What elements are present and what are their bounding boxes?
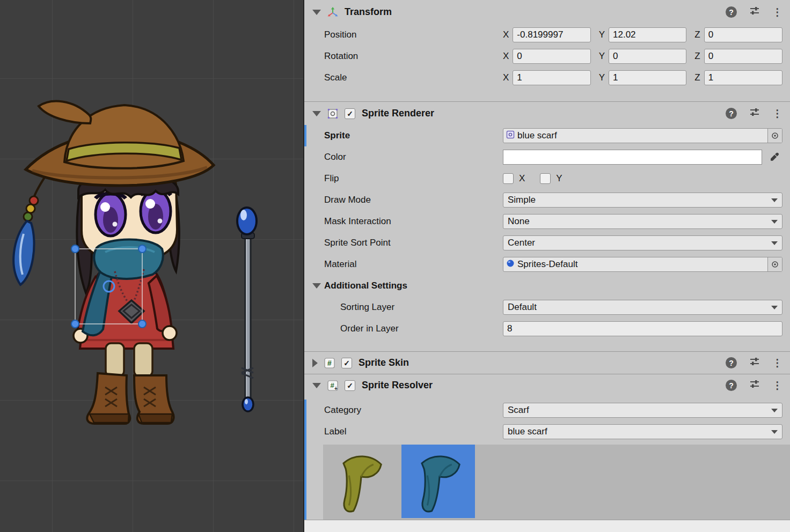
sprite-row: Sprite blue scarf (304, 125, 790, 146)
sorting-layer-dropdown[interactable]: Default (503, 300, 782, 315)
character-sprite[interactable] (13, 101, 214, 424)
sprite-object-field[interactable]: blue scarf (503, 128, 782, 143)
scene-view[interactable] (0, 0, 303, 532)
order-in-layer-row: Order in Layer (304, 318, 790, 339)
selection-handle[interactable] (138, 245, 146, 253)
scale-z-input[interactable] (704, 70, 782, 85)
axis-y-label: Y (599, 29, 605, 40)
component-title: Sprite Renderer (362, 108, 434, 119)
sprite-sort-point-label: Sprite Sort Point (324, 238, 503, 248)
rotation-z-input[interactable] (704, 49, 782, 64)
rotation-label: Rotation (324, 51, 503, 62)
selection-handle[interactable] (71, 320, 79, 328)
sprite-skin-component-header[interactable]: # ✓ Sprite Skin ? ⋮ (304, 351, 790, 374)
more-menu-icon[interactable]: ⋮ (772, 358, 782, 368)
chevron-down-icon (771, 430, 778, 434)
sprite-sort-point-dropdown[interactable]: Center (503, 235, 782, 250)
sprite-skin-icon: # (323, 357, 336, 370)
chevron-down-icon (771, 409, 778, 412)
inspector-panel: Transform ? ⋮ Position X Y Z Rotation X … (303, 0, 790, 532)
sprite-label: Sprite (324, 130, 503, 141)
more-menu-icon[interactable]: ⋮ (772, 7, 782, 17)
order-in-layer-label: Order in Layer (340, 323, 503, 334)
sorting-layer-value: Default (508, 302, 537, 313)
hat-charm (13, 175, 46, 285)
chevron-down-icon (771, 241, 778, 245)
chevron-down-icon (771, 220, 778, 224)
component-enabled-checkbox[interactable]: ✓ (345, 380, 355, 391)
hat (26, 101, 214, 186)
material-object-field[interactable]: Sprites-Default (503, 257, 782, 272)
position-x-input[interactable] (513, 27, 590, 42)
more-menu-icon[interactable]: ⋮ (772, 380, 782, 390)
sprite-thumbnail-green-scarf[interactable] (323, 445, 397, 518)
staff-sprite[interactable] (237, 208, 257, 411)
flip-y-label: Y (556, 173, 562, 184)
rotation-row: Rotation X Y Z (304, 46, 790, 67)
axis-x-label: X (503, 29, 509, 40)
scale-label: Scale (324, 72, 503, 83)
label-row: Label blue scarf (304, 421, 790, 442)
position-y-input[interactable] (609, 27, 686, 42)
boots (87, 373, 173, 424)
sprite-resolver-component-header[interactable]: #+ ✓ Sprite Resolver ? ⋮ (304, 374, 790, 396)
blue-scarf-sprite[interactable] (94, 240, 163, 279)
sprite-thumbnail-blue-scarf-selected[interactable] (401, 445, 475, 518)
draw-mode-dropdown[interactable]: Simple (503, 193, 782, 208)
position-row: Position X Y Z (304, 24, 790, 46)
scale-y-input[interactable] (609, 70, 686, 85)
scale-row: Scale X Y Z (304, 67, 790, 88)
flip-x-checkbox[interactable] (503, 173, 514, 184)
spacer (304, 339, 790, 351)
foldout-open-icon[interactable] (312, 283, 321, 289)
position-z-input[interactable] (704, 27, 782, 42)
component-enabled-checkbox[interactable]: ✓ (345, 108, 355, 119)
order-in-layer-input[interactable] (503, 321, 782, 336)
flip-y-checkbox[interactable] (540, 173, 551, 184)
mask-interaction-dropdown[interactable]: None (503, 214, 782, 229)
help-icon[interactable]: ? (726, 108, 737, 119)
sprite-sort-point-row: Sprite Sort Point Center (304, 232, 790, 254)
override-indicator-bar (304, 125, 306, 146)
additional-settings-row[interactable]: Additional Settings (304, 275, 790, 297)
rotation-x-input[interactable] (513, 49, 590, 64)
sprite-renderer-icon (326, 107, 339, 120)
color-swatch[interactable] (503, 150, 762, 165)
selection-handle[interactable] (71, 245, 79, 253)
label-dropdown[interactable]: blue scarf (503, 424, 782, 439)
draw-mode-value: Simple (508, 195, 536, 205)
label-value: blue scarf (508, 426, 547, 437)
presets-icon[interactable] (749, 356, 760, 370)
foldout-open-icon[interactable] (312, 10, 321, 15)
foldout-open-icon[interactable] (312, 111, 321, 116)
spacer (304, 88, 790, 101)
scale-x-input[interactable] (513, 70, 590, 85)
component-enabled-checkbox[interactable]: ✓ (341, 358, 352, 368)
chevron-down-icon (771, 198, 778, 202)
sprite-renderer-component-header[interactable]: ✓ Sprite Renderer ? ⋮ (304, 101, 790, 125)
material-row: Material Sprites-Default (304, 254, 790, 275)
foldout-open-icon[interactable] (312, 383, 321, 388)
category-dropdown[interactable]: Scarf (503, 403, 782, 418)
more-menu-icon[interactable]: ⋮ (772, 108, 782, 119)
draw-mode-row: Draw Mode Simple (304, 189, 790, 211)
presets-icon[interactable] (749, 5, 760, 19)
transform-component-header[interactable]: Transform ? ⋮ (304, 0, 790, 24)
foldout-closed-icon[interactable] (312, 359, 318, 367)
object-picker-button[interactable] (767, 129, 782, 143)
component-title: Sprite Skin (359, 357, 409, 368)
axis-x-label: X (503, 72, 509, 83)
transform-icon (326, 6, 339, 19)
eyedropper-icon[interactable] (766, 150, 782, 165)
presets-icon[interactable] (749, 378, 760, 393)
axis-z-label: Z (694, 29, 700, 40)
help-icon[interactable]: ? (726, 6, 737, 18)
help-icon[interactable]: ? (726, 357, 737, 368)
rotation-y-input[interactable] (609, 49, 686, 64)
presets-icon[interactable] (749, 106, 760, 121)
flip-label: Flip (324, 173, 503, 184)
selection-handle[interactable] (138, 320, 146, 328)
object-picker-button[interactable] (767, 257, 782, 271)
category-row: Category Scarf (304, 400, 790, 421)
help-icon[interactable]: ? (726, 380, 737, 391)
